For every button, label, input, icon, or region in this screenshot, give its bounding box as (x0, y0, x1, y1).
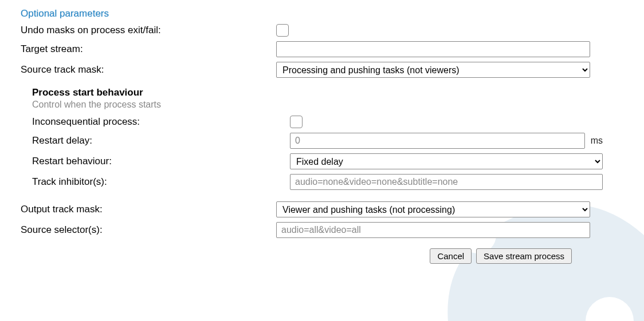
process-start-description: Control when the process starts (32, 100, 626, 110)
source-selector-input[interactable] (276, 222, 590, 238)
restart-delay-input[interactable] (290, 133, 585, 149)
track-inhibitor-input[interactable] (290, 174, 603, 190)
row-inconsequential: Inconsequential process: (32, 116, 626, 128)
label-restart-delay: Restart delay: (32, 135, 290, 146)
row-track-inhibitor: Track inhibitor(s): (32, 174, 626, 190)
row-output-track-mask: Output track mask: Viewer and pushing ta… (18, 201, 626, 217)
process-start-block: Process start behaviour Control when the… (32, 87, 626, 190)
inconsequential-checkbox[interactable] (290, 116, 303, 128)
row-undo-masks: Undo masks on process exit/fail: (18, 24, 626, 37)
row-target-stream: Target stream: (18, 41, 626, 57)
target-stream-input[interactable] (276, 41, 590, 57)
output-track-mask-select[interactable]: Viewer and pushing tasks (not processing… (276, 201, 590, 217)
label-undo-masks: Undo masks on process exit/fail: (18, 25, 276, 36)
source-track-mask-select[interactable]: Processing and pushing tasks (not viewer… (276, 62, 590, 78)
restart-behaviour-select[interactable]: Fixed delay (290, 153, 603, 169)
process-start-title: Process start behaviour (32, 87, 626, 98)
label-source-selector: Source selector(s): (18, 224, 276, 236)
label-source-track-mask: Source track mask: (18, 64, 276, 76)
cancel-button[interactable]: Cancel (430, 248, 472, 264)
row-restart-delay: Restart delay: ms (32, 133, 626, 149)
label-track-inhibitor: Track inhibitor(s): (32, 176, 290, 188)
row-restart-behaviour: Restart behaviour: Fixed delay (32, 153, 626, 169)
row-source-track-mask: Source track mask: Processing and pushin… (18, 62, 626, 78)
section-title-optional-parameters: Optional parameters (21, 8, 626, 19)
restart-delay-unit: ms (588, 136, 603, 146)
save-button[interactable]: Save stream process (476, 248, 572, 264)
undo-masks-checkbox[interactable] (276, 24, 289, 37)
label-output-track-mask: Output track mask: (18, 204, 276, 215)
button-bar: Cancel Save stream process (18, 248, 626, 264)
label-inconsequential: Inconsequential process: (32, 116, 290, 128)
label-restart-behaviour: Restart behaviour: (32, 156, 290, 167)
row-source-selector: Source selector(s): (18, 222, 626, 238)
label-target-stream: Target stream: (18, 43, 276, 55)
